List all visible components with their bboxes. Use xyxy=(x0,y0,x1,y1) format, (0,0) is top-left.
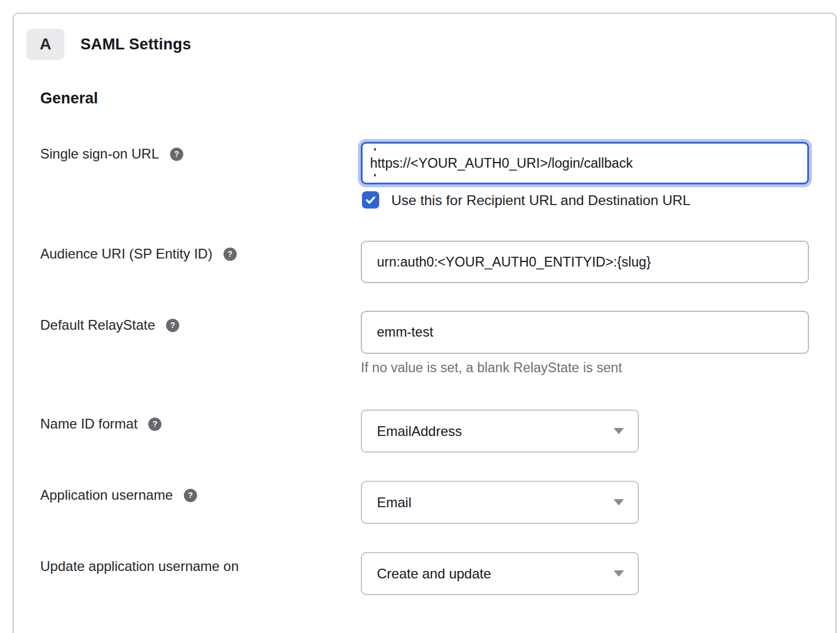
relaystate-label: Default RelayState xyxy=(40,317,155,333)
checkmark-icon xyxy=(365,194,376,206)
audience-uri-input-wrap xyxy=(361,241,809,283)
nameid-label: Name ID format xyxy=(40,416,137,432)
sso-url-input-wrap xyxy=(361,142,809,184)
text-cursor-bottom xyxy=(374,174,376,176)
audience-uri-input[interactable] xyxy=(361,241,809,283)
updateuser-select-value: Create and update xyxy=(377,566,614,582)
recipient-url-checkbox[interactable] xyxy=(362,191,379,209)
help-icon[interactable]: ? xyxy=(184,489,197,502)
help-glyph: ? xyxy=(153,419,158,429)
help-glyph: ? xyxy=(174,149,179,159)
help-icon[interactable]: ? xyxy=(224,248,237,261)
help-icon[interactable]: ? xyxy=(166,319,179,332)
caret-down-icon xyxy=(614,499,624,505)
updateuser-label-row: Update application username on xyxy=(40,558,239,574)
step-badge-letter: A xyxy=(40,35,51,53)
nameid-label-row: Name ID format ? xyxy=(40,416,161,432)
audience-uri-label: Audience URI (SP Entity ID) xyxy=(40,246,213,262)
relaystate-input-wrap xyxy=(361,311,809,354)
recipient-url-checkbox-label[interactable]: Use this for Recipient URL and Destinati… xyxy=(391,191,691,209)
appuser-label-row: Application username ? xyxy=(40,487,197,503)
nameid-select-value: EmailAddress xyxy=(377,423,614,439)
audience-uri-label-row: Audience URI (SP Entity ID) ? xyxy=(40,246,237,262)
sso-url-label-row: Single sign-on URL ? xyxy=(40,146,183,162)
appuser-select[interactable]: Email xyxy=(361,481,639,524)
appuser-select-value: Email xyxy=(377,495,614,511)
text-cursor-top xyxy=(374,148,376,150)
caret-down-icon xyxy=(614,570,624,577)
page-title: SAML Settings xyxy=(80,29,191,60)
section-title-general: General xyxy=(40,90,98,107)
sso-url-input[interactable] xyxy=(361,142,809,184)
appuser-label: Application username xyxy=(40,487,173,503)
updateuser-select[interactable]: Create and update xyxy=(361,552,639,595)
nameid-select[interactable]: EmailAddress xyxy=(361,410,639,453)
help-icon[interactable]: ? xyxy=(170,148,183,161)
relaystate-label-row: Default RelayState ? xyxy=(40,317,179,333)
help-glyph: ? xyxy=(170,321,175,330)
help-glyph: ? xyxy=(228,249,233,258)
help-icon[interactable]: ? xyxy=(148,418,161,431)
updateuser-label: Update application username on xyxy=(40,558,239,574)
sso-url-label: Single sign-on URL xyxy=(40,146,159,162)
step-badge: A xyxy=(26,29,64,60)
caret-down-icon xyxy=(614,428,624,434)
relaystate-hint: If no value is set, a blank RelayState i… xyxy=(361,360,622,376)
help-glyph: ? xyxy=(188,491,193,500)
relaystate-input[interactable] xyxy=(361,311,809,354)
